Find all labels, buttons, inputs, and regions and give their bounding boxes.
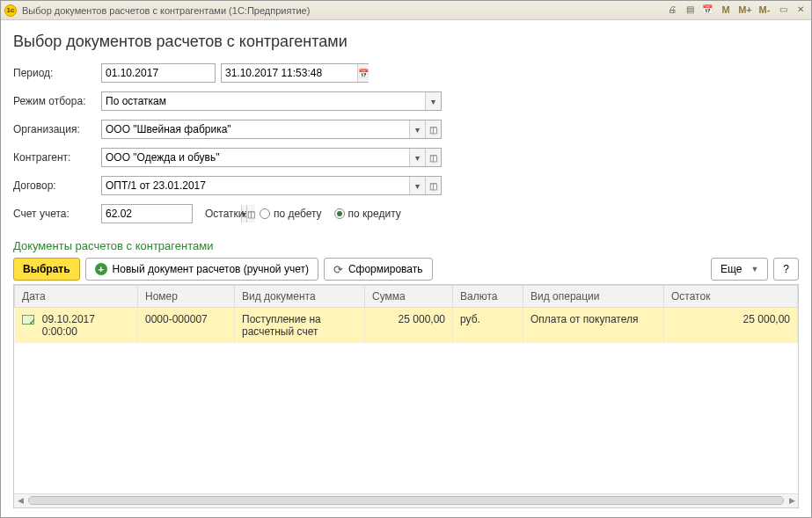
credit-label: по кредиту [348, 208, 401, 220]
more-button[interactable]: Еще ▼ [711, 258, 768, 281]
contract-label: Договор: [13, 179, 101, 192]
mode-label: Режим отбора: [13, 95, 101, 107]
scroll-left-icon[interactable]: ◀ [14, 494, 26, 507]
app-window: 1с Выбор документов расчетов с контраген… [0, 0, 812, 518]
cell-number: 0000-000007 [138, 308, 235, 344]
date-from-field[interactable]: 📅 [101, 63, 216, 83]
calendar-icon[interactable]: 📅 [700, 4, 714, 17]
cell-date: 09.10.2017 0:00:00 [15, 308, 138, 344]
radio-icon[interactable] [334, 208, 345, 219]
print-icon[interactable]: 🖨 [665, 4, 679, 17]
content-area: Выбор документов расчетов с контрагентам… [1, 20, 811, 517]
account-label: Счет учета: [13, 208, 101, 220]
mode-select[interactable]: ▾ [101, 91, 442, 111]
contract-input[interactable] [102, 179, 409, 192]
title-buttons: 🖨 ▤ 📅 M M+ M- ▭ ✕ [665, 4, 808, 17]
col-doc-type[interactable]: Вид документа [235, 286, 365, 308]
generate-button[interactable]: ⟳ Сформировать [324, 258, 433, 281]
col-currency[interactable]: Валюта [453, 286, 523, 308]
mode-input[interactable] [102, 95, 425, 107]
chevron-down-icon[interactable]: ▾ [409, 177, 425, 194]
help-button[interactable]: ? [773, 258, 799, 281]
radio-icon[interactable] [260, 208, 270, 219]
select-button[interactable]: Выбрать [13, 258, 80, 281]
org-row: Организация: ▾ ◫ [13, 120, 799, 139]
memory-m-button[interactable]: M [718, 4, 734, 17]
table-empty-space [14, 343, 798, 493]
contragent-label: Контрагент: [13, 151, 101, 164]
org-select[interactable]: ▾ ◫ [101, 120, 442, 139]
chevron-down-icon[interactable]: ▾ [409, 120, 425, 138]
cell-operation: Оплата от покупателя [523, 308, 664, 344]
scroll-thumb[interactable] [28, 496, 784, 505]
memory-mminus-button[interactable]: M- [757, 4, 772, 17]
generate-label: Сформировать [348, 263, 423, 275]
col-number[interactable]: Номер [138, 286, 235, 308]
page-title: Выбор документов расчетов с контрагентам… [13, 33, 799, 51]
memory-mplus-button[interactable]: M+ [737, 4, 753, 17]
minimize-icon[interactable]: ▭ [776, 4, 790, 17]
calc-icon[interactable]: ▤ [683, 4, 697, 17]
open-ref-icon[interactable]: ◫ [425, 177, 441, 194]
contragent-select[interactable]: ▾ ◫ [101, 148, 442, 167]
balances-radio-group: Остатки: по дебету по кредиту [205, 208, 401, 220]
date-from-input[interactable] [106, 67, 238, 79]
debit-radio-item[interactable]: по дебету [260, 208, 322, 220]
chevron-down-icon[interactable]: ▾ [409, 149, 425, 166]
more-label: Еще [721, 263, 742, 275]
calendar-icon[interactable]: 📅 [357, 64, 369, 82]
cell-doc-type: Поступление на расчетный счет [235, 308, 365, 344]
toolbar: Выбрать + Новый документ расчетов (ручно… [13, 258, 799, 281]
table-wrap: Дата Номер Вид документа Сумма Валюта Ви… [13, 284, 799, 508]
cell-date-text: 09.10.2017 0:00:00 [42, 313, 120, 338]
col-date[interactable]: Дата [15, 286, 138, 308]
period-row: Период: 📅 📅 [13, 63, 799, 83]
account-row: Счет учета: ▾ ◫ Остатки: по дебету по кр… [13, 204, 799, 223]
date-to-input[interactable] [225, 67, 357, 79]
new-doc-label: Новый документ расчетов (ручной учет) [113, 263, 309, 275]
table-header-row: Дата Номер Вид документа Сумма Валюта Ви… [15, 286, 798, 308]
close-icon[interactable]: ✕ [794, 4, 808, 17]
plus-icon: + [95, 263, 107, 275]
debit-label: по дебету [274, 208, 322, 220]
col-sum[interactable]: Сумма [365, 286, 453, 308]
titlebar: 1с Выбор документов расчетов с контраген… [1, 1, 811, 20]
document-icon [22, 315, 34, 325]
mode-row: Режим отбора: ▾ [13, 91, 799, 111]
org-label: Организация: [13, 123, 101, 135]
help-label: ? [783, 263, 789, 275]
chevron-down-icon[interactable]: ▾ [425, 92, 441, 110]
refresh-icon: ⟳ [333, 263, 343, 276]
cell-sum: 25 000,00 [365, 308, 453, 344]
open-ref-icon[interactable]: ◫ [425, 120, 441, 138]
chevron-down-icon: ▼ [750, 265, 758, 274]
open-ref-icon[interactable]: ◫ [425, 149, 441, 166]
date-to-field[interactable]: 📅 [221, 63, 369, 83]
window-title: Выбор документов расчетов с контрагентам… [22, 5, 665, 16]
horizontal-scrollbar[interactable]: ◀ ▶ [14, 493, 798, 507]
org-input[interactable] [102, 123, 409, 135]
account-select[interactable]: ▾ ◫ [101, 204, 193, 223]
col-balance[interactable]: Остаток [664, 286, 798, 308]
new-doc-button[interactable]: + Новый документ расчетов (ручной учет) [85, 258, 318, 281]
contract-select[interactable]: ▾ ◫ [101, 176, 442, 195]
credit-radio-item[interactable]: по кредиту [334, 208, 401, 220]
col-operation[interactable]: Вид операции [523, 286, 664, 308]
period-label: Период: [13, 67, 101, 79]
contract-row: Договор: ▾ ◫ [13, 176, 799, 195]
balances-label: Остатки: [205, 208, 247, 220]
section-title: Документы расчетов с контрагентами [13, 239, 799, 252]
cell-currency: руб. [453, 308, 523, 344]
cell-balance: 25 000,00 [664, 308, 798, 344]
scroll-right-icon[interactable]: ▶ [786, 494, 798, 507]
table-row[interactable]: 09.10.2017 0:00:00 0000-000007 Поступлен… [15, 308, 798, 344]
contragent-input[interactable] [102, 151, 409, 164]
app-logo-icon: 1с [4, 4, 17, 17]
select-button-label: Выбрать [23, 263, 70, 275]
contragent-row: Контрагент: ▾ ◫ [13, 148, 799, 167]
documents-table: Дата Номер Вид документа Сумма Валюта Ви… [14, 285, 798, 343]
